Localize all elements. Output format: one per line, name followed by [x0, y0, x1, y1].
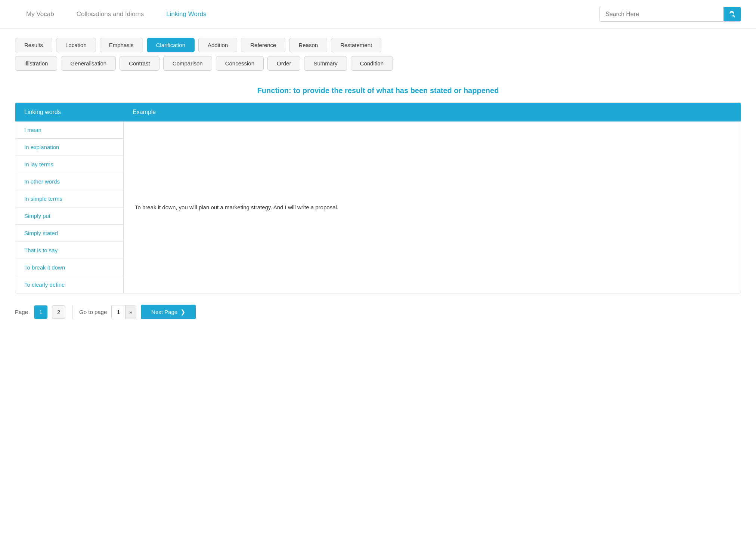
go-to-input[interactable] — [112, 305, 125, 319]
category-row-1: Results Location Emphasis Clarification … — [0, 29, 756, 56]
search-bar — [599, 7, 741, 22]
list-item[interactable]: That is to say — [15, 242, 123, 259]
list-item[interactable]: To break it down — [15, 259, 123, 276]
cat-concession[interactable]: Concession — [216, 56, 264, 71]
cat-comparison[interactable]: Comparison — [163, 56, 212, 71]
col-example-header: Example — [124, 103, 741, 121]
cat-emphasis[interactable]: Emphasis — [100, 38, 143, 52]
cat-condition[interactable]: Condition — [351, 56, 393, 71]
cat-clarification[interactable]: Clarification — [147, 38, 195, 52]
list-item[interactable]: To clearly define — [15, 276, 123, 293]
list-item[interactable]: I mean — [15, 121, 123, 139]
cat-reference[interactable]: Reference — [241, 38, 285, 52]
chevron-right-icon: ❯ — [180, 308, 185, 315]
cat-reason[interactable]: Reason — [289, 38, 327, 52]
table-body: I mean In explanation In lay terms In ot… — [15, 121, 741, 293]
search-icon — [729, 11, 735, 18]
nav-linking-words[interactable]: Linking Words — [155, 10, 217, 18]
cat-illustration[interactable]: Illistration — [15, 56, 57, 71]
cat-results[interactable]: Results — [15, 38, 52, 52]
col-linking-header: Linking words — [15, 103, 124, 121]
go-to-label: Go to page — [79, 309, 107, 315]
list-item[interactable]: In lay terms — [15, 156, 123, 173]
cat-location[interactable]: Location — [56, 38, 96, 52]
cat-order[interactable]: Order — [267, 56, 300, 71]
category-row-2: Illistration Generalisation Contrast Com… — [0, 56, 756, 74]
list-item[interactable]: Simply stated — [15, 225, 123, 242]
linking-words-column: I mean In explanation In lay terms In ot… — [15, 121, 124, 293]
cat-contrast[interactable]: Contrast — [120, 56, 159, 71]
search-button[interactable] — [724, 7, 741, 21]
cat-restatement[interactable]: Restatement — [331, 38, 381, 52]
list-item[interactable]: In explanation — [15, 139, 123, 156]
function-heading: Function: to provide the result of what … — [0, 74, 756, 102]
page-2-button[interactable]: 2 — [52, 305, 65, 319]
go-to-arrow-button[interactable]: » — [125, 305, 136, 319]
nav-my-vocab[interactable]: My Vocab — [15, 10, 65, 18]
cat-generalisation[interactable]: Generalisation — [61, 56, 116, 71]
page-label: Page — [15, 309, 28, 315]
list-item[interactable]: In simple terms — [15, 190, 123, 207]
table-header: Linking words Example — [15, 103, 741, 121]
list-item[interactable]: Simply put — [15, 207, 123, 225]
top-nav: My Vocab Collocations and Idioms Linking… — [0, 0, 756, 29]
example-text: To break it down, you will plan out a ma… — [135, 203, 338, 212]
cat-addition[interactable]: Addition — [198, 38, 237, 52]
list-item[interactable]: In other words — [15, 173, 123, 190]
next-page-button[interactable]: Next Page ❯ — [141, 305, 196, 319]
next-page-label: Next Page — [151, 309, 177, 315]
cat-summary[interactable]: Summary — [304, 56, 347, 71]
example-column: To break it down, you will plan out a ma… — [124, 121, 741, 293]
page-divider — [72, 305, 72, 319]
search-input[interactable] — [599, 7, 724, 21]
page-1-button[interactable]: 1 — [34, 305, 47, 319]
go-to-input-group: » — [111, 305, 136, 319]
linking-words-table: Linking words Example I mean In explanat… — [15, 102, 741, 293]
nav-collocations[interactable]: Collocations and Idioms — [65, 10, 155, 18]
pagination: Page 1 2 Go to page » Next Page ❯ — [0, 293, 756, 330]
